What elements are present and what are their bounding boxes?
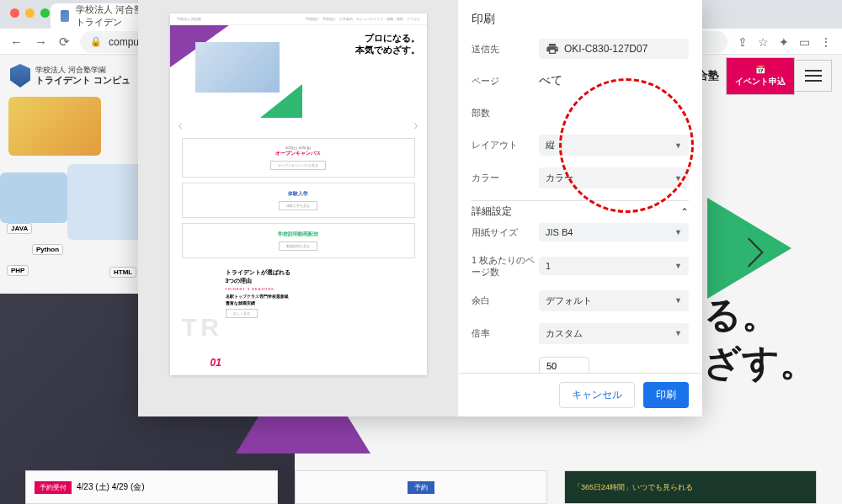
close-window-button[interactable] [10, 8, 19, 18]
back-button[interactable]: ← [10, 34, 23, 50]
color-dropdown[interactable]: カラー▼ [539, 167, 689, 188]
favicon-icon [61, 10, 69, 22]
margins-label: 余白 [472, 294, 539, 306]
print-settings-pane: 印刷 送信先 OKI-C830-127D07 ページ べて 部数 [458, 0, 702, 416]
scale-input[interactable] [539, 357, 589, 373]
pages-per-sheet-dropdown[interactable]: 1▼ [539, 257, 689, 275]
chevron-down-icon: ▼ [674, 296, 682, 305]
star-icon[interactable]: ☆ [758, 35, 769, 49]
chevron-down-icon: ▼ [674, 329, 682, 337]
extension-area: ⇪ ☆ ✦ ▭ ⋮ [738, 35, 832, 49]
lock-icon: 🔒 [90, 36, 102, 47]
layout-label: レイアウト [472, 139, 539, 151]
destination-value: OKI-C830-127D07 [564, 43, 647, 55]
margins-dropdown[interactable]: デフォルト▼ [539, 290, 689, 311]
scale-label: 倍率 [472, 327, 539, 339]
copies-label: 部数 [472, 107, 539, 119]
maximize-window-button[interactable] [40, 8, 50, 18]
minimize-window-button[interactable] [25, 8, 35, 18]
destination-dropdown[interactable]: OKI-C830-127D07 [539, 39, 689, 59]
app-icon[interactable]: ▭ [799, 35, 810, 49]
page-preview: 学校法人 河合塾 学校紹介 学科紹介 入学案内 キャンパスライフ 就職・資格 ア… [170, 13, 427, 375]
printer-icon [546, 42, 559, 56]
print-dialog: 学校法人 河合塾 学校紹介 学科紹介 入学案内 キャンパスライフ 就職・資格 ア… [138, 0, 702, 416]
print-title: 印刷 [472, 12, 689, 27]
dialog-footer: キャンセル 印刷 [458, 373, 702, 416]
extensions-icon[interactable]: ✦ [779, 35, 789, 49]
paper-size-label: 用紙サイズ [472, 226, 539, 238]
layout-dropdown[interactable]: 縦▼ [539, 135, 689, 156]
paper-size-dropdown[interactable]: JIS B4▼ [539, 223, 689, 241]
menu-icon[interactable]: ⋮ [820, 35, 832, 49]
forward-button[interactable]: → [35, 34, 47, 50]
reload-button[interactable]: ⟳ [59, 34, 70, 50]
chevron-down-icon: ▼ [674, 262, 682, 270]
pages-per-sheet-label: 1 枚あたりのページ数 [472, 254, 539, 279]
print-button[interactable]: 印刷 [643, 382, 689, 408]
cancel-button[interactable]: キャンセル [559, 382, 635, 408]
nav-controls: ← → ⟳ [10, 34, 70, 50]
color-label: カラー [472, 172, 539, 183]
print-preview-pane[interactable]: 学校法人 河合塾 学校紹介 学科紹介 入学案内 キャンパスライフ 就職・資格 ア… [138, 0, 458, 416]
advanced-toggle[interactable]: 詳細設定 ⌃ [472, 201, 689, 222]
pages-value: べて [539, 73, 689, 88]
chevron-up-icon: ⌃ [680, 206, 689, 218]
share-icon[interactable]: ⇪ [738, 35, 748, 49]
destination-label: 送信先 [472, 43, 539, 55]
chevron-down-icon: ▼ [674, 174, 682, 183]
chevron-down-icon: ▼ [674, 228, 682, 236]
scale-dropdown[interactable]: カスタム▼ [539, 323, 689, 344]
window-controls [0, 0, 60, 26]
chevron-down-icon: ▼ [674, 141, 682, 150]
pages-label: ページ [472, 75, 539, 87]
